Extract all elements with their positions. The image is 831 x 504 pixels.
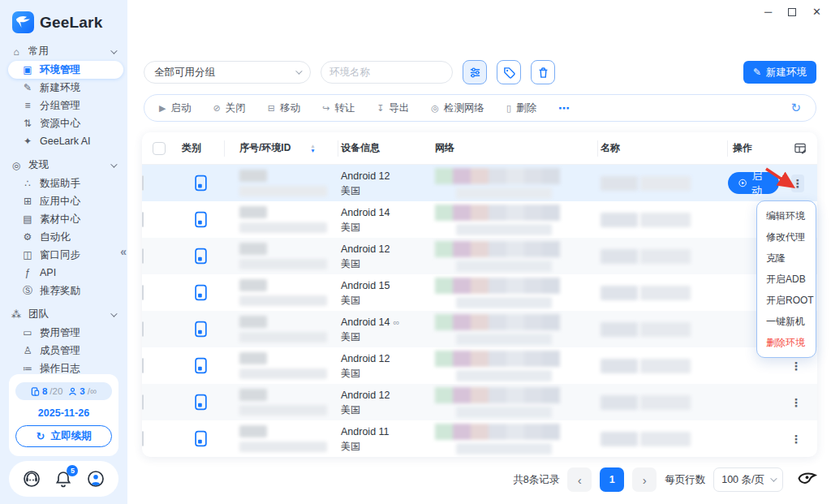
sidebar-item[interactable]: ♙ 成员管理 — [8, 342, 123, 360]
row-more-menu-button[interactable]: ⋮ — [791, 174, 804, 192]
more-actions-button[interactable]: ⋯ — [558, 101, 571, 114]
table-row[interactable]: Android 12 美国 ⋮ — [142, 384, 817, 420]
serial-env-id-cell — [225, 243, 338, 269]
sidebar-item[interactable]: ≡ 分组管理 — [8, 97, 123, 114]
renew-button[interactable]: ↻ 立即续期 — [15, 425, 112, 447]
sidebar-item[interactable]: ⇅ 资源中心 — [8, 114, 123, 132]
recycle-bin-button[interactable] — [531, 60, 555, 84]
sidebar-item[interactable]: ✎ 新建环境 — [8, 79, 123, 97]
table-row[interactable]: Android 12 美国 — [142, 165, 817, 201]
start-button[interactable]: 启动 — [728, 172, 779, 194]
new-environment-button[interactable]: ✎ 新建环境 — [743, 61, 816, 84]
device-info-cell: Android 11 美国 — [338, 425, 432, 453]
sidebar-section-header[interactable]: ⁂ 团队 — [8, 305, 123, 324]
context-menu-item[interactable]: 开启ROOT — [757, 290, 816, 311]
toolbar-action[interactable]: ⊘ 关闭 — [213, 101, 245, 115]
tags-button[interactable] — [497, 60, 521, 84]
table-row[interactable]: Android 15 美国 ⋮ — [142, 274, 817, 311]
toolbar-action[interactable]: ◎ 检测网络 — [431, 101, 484, 115]
account-button[interactable] — [86, 469, 105, 489]
support-button[interactable] — [22, 469, 41, 489]
maximize-button[interactable] — [788, 8, 796, 16]
sidebar-item[interactable]: ▭ 费用管理 — [8, 324, 123, 342]
sidebar-section-header[interactable]: ◎ 发现 — [8, 156, 123, 174]
context-menu-item[interactable]: 开启ADB — [757, 269, 816, 290]
tag-icon — [503, 67, 515, 79]
cloud-phone-icon — [194, 321, 208, 338]
toolbar-action[interactable]: ↧ 导出 — [377, 101, 409, 115]
redacted-name — [601, 213, 638, 227]
android-version: Android 14 — [341, 317, 390, 328]
toolbar-action[interactable]: ▶ 启动 — [159, 101, 191, 115]
table-row[interactable]: Android 11 美国 ⋮ — [142, 420, 817, 457]
sidebar-item[interactable]: ƒ API — [8, 264, 123, 282]
sidebar-collapse-button[interactable]: « — [120, 245, 127, 258]
row-more-menu-button[interactable]: ⋮ — [788, 394, 804, 411]
sidebar-item-label: GeeLark AI — [40, 136, 91, 147]
sidebar-item[interactable]: Ⓢ 推荐奖励 — [8, 282, 123, 299]
page-size-select[interactable]: 100 条/页 — [713, 467, 783, 492]
next-page-button[interactable]: › — [632, 467, 657, 492]
row-checkbox[interactable] — [142, 394, 144, 410]
sidebar-item-icon: ✎ — [22, 82, 33, 93]
column-network[interactable]: 网络 — [432, 140, 598, 157]
refresh-button[interactable]: ↻ — [790, 101, 801, 115]
advanced-filter-button[interactable] — [463, 60, 487, 84]
sidebar-section: ⁂ 团队 ▭ 费用管理 ♙ — [8, 305, 123, 377]
context-menu-item[interactable]: 一键新机 — [757, 311, 816, 332]
toolbar-action[interactable]: ↪ 转让 — [322, 101, 355, 115]
current-page-button[interactable]: 1 — [600, 467, 624, 492]
minimize-button[interactable]: ─ — [764, 6, 772, 18]
table-row[interactable]: Android 12 美国 ⋮ — [142, 347, 817, 384]
toolbar-action[interactable]: ▯ 删除 — [506, 101, 536, 115]
sort-icon[interactable]: ▲▼ — [310, 144, 315, 153]
select-all-checkbox[interactable] — [153, 142, 166, 155]
table-row[interactable]: Android 14∞ 美国 ⋮ — [142, 311, 817, 347]
row-checkbox[interactable] — [142, 285, 144, 300]
column-name[interactable]: 名称 — [598, 140, 728, 157]
context-menu-item[interactable]: 克隆 — [757, 248, 816, 269]
row-checkbox[interactable] — [142, 321, 144, 337]
prev-page-button[interactable]: ‹ — [567, 467, 592, 492]
new-environment-label: 新建环境 — [766, 66, 807, 80]
row-checkbox[interactable] — [142, 358, 144, 373]
sidebar-item[interactable]: ⊞ 应用中心 — [8, 192, 123, 210]
geelark-mascot-icon[interactable] — [796, 470, 818, 489]
sidebar-item[interactable]: ▣ 环境管理 — [8, 61, 123, 79]
category-cell — [176, 357, 225, 374]
network-cell — [432, 424, 598, 454]
column-settings-icon[interactable] — [794, 141, 807, 155]
toolbar-action[interactable]: ⊟ 移动 — [268, 101, 300, 115]
region-label: 美国 — [341, 330, 432, 343]
row-checkbox[interactable] — [142, 212, 144, 227]
context-menu-item[interactable]: 删除环境 — [757, 332, 816, 353]
sidebar-item[interactable]: ⚙ 自动化 — [8, 228, 123, 246]
sidebar-item[interactable]: ∴ 数据助手 — [8, 174, 123, 192]
table-row[interactable]: Android 12 美国 ⋮ — [142, 238, 817, 274]
sidebar-item[interactable]: ▤ 素材中心 — [8, 210, 123, 228]
android-version: Android 15 — [341, 280, 390, 291]
row-checkbox[interactable] — [142, 175, 144, 191]
redacted-serial — [239, 243, 267, 255]
row-more-menu-button[interactable]: ⋮ — [788, 430, 804, 448]
column-category[interactable]: 类别 — [176, 140, 225, 157]
sidebar-item[interactable]: ◫ 窗口同步 — [8, 246, 123, 264]
group-select[interactable]: 全部可用分组 — [144, 61, 311, 84]
redacted-network-detail — [456, 407, 552, 418]
redacted-network — [435, 241, 598, 257]
context-menu-item[interactable]: 编辑环境 — [757, 205, 816, 226]
close-button[interactable]: ✕ — [812, 6, 821, 18]
operations-cell: ⋮ — [728, 357, 817, 375]
search-input[interactable] — [329, 67, 460, 78]
column-device-info[interactable]: 设备信息 — [338, 140, 432, 157]
row-checkbox[interactable] — [142, 248, 144, 264]
notifications-button[interactable]: 5 — [54, 469, 73, 489]
row-more-menu-button[interactable]: ⋮ — [788, 357, 804, 375]
table-row[interactable]: Android 14 美国 ⋮ — [142, 201, 817, 238]
sidebar-item[interactable]: ✦ GeeLark AI — [8, 132, 123, 150]
context-menu-item[interactable]: 修改代理 — [757, 226, 816, 248]
row-checkbox[interactable] — [142, 431, 144, 446]
column-serial-env-id[interactable]: 序号/环境ID ▲▼ — [225, 140, 338, 157]
category-cell — [176, 211, 225, 228]
sidebar-section-header[interactable]: ⌂ 常用 — [8, 42, 123, 61]
